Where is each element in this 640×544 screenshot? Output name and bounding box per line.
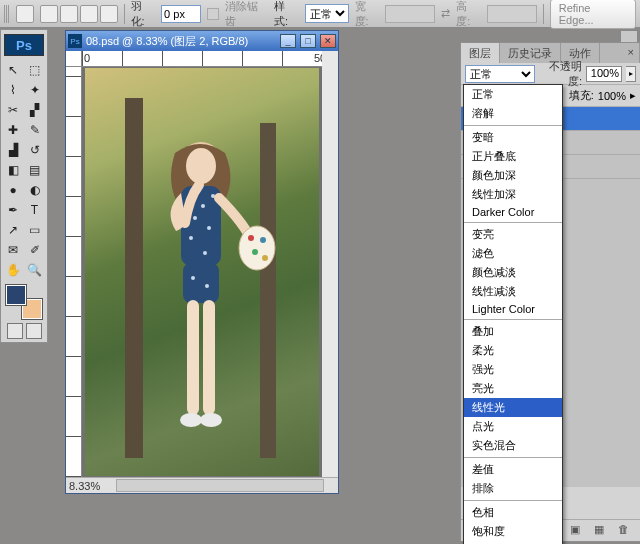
blend-option[interactable]: Darker Color bbox=[464, 204, 562, 220]
blend-option[interactable]: 饱和度 bbox=[464, 522, 562, 541]
fill-value[interactable]: 100% bbox=[598, 90, 626, 102]
selection-new-icon[interactable] bbox=[16, 5, 34, 23]
notes-tool-icon[interactable]: ✉ bbox=[3, 240, 23, 259]
ruler-vertical[interactable] bbox=[66, 67, 82, 477]
ps-logo-icon: Ps bbox=[4, 34, 44, 56]
selection-add-icon[interactable] bbox=[40, 5, 58, 23]
panel-close-icon[interactable]: × bbox=[623, 43, 640, 63]
refine-edge-button[interactable]: Refine Edge... bbox=[550, 0, 636, 29]
blend-option[interactable]: 强光 bbox=[464, 360, 562, 379]
blend-option[interactable]: 溶解 bbox=[464, 104, 562, 123]
move-tool-icon[interactable]: ↖ bbox=[3, 60, 23, 79]
type-tool-icon[interactable]: T bbox=[25, 200, 45, 219]
marquee-tool-icon[interactable]: ⬚ bbox=[25, 60, 45, 79]
svg-rect-13 bbox=[183, 263, 219, 303]
svg-point-24 bbox=[200, 413, 222, 427]
path-tool-icon[interactable]: ↗ bbox=[3, 220, 23, 239]
selection-subtract-icon[interactable] bbox=[60, 5, 78, 23]
blend-option[interactable]: 亮光 bbox=[464, 379, 562, 398]
heal-tool-icon[interactable]: ✚ bbox=[3, 120, 23, 139]
blend-mode-dropdown[interactable]: 正常溶解变暗正片叠底颜色加深线性加深Darker Color变亮滤色颜色减淡线性… bbox=[463, 84, 563, 544]
height-label: 高度: bbox=[456, 0, 481, 29]
slice-tool-icon[interactable]: ▞ bbox=[25, 100, 45, 119]
grip-icon[interactable] bbox=[4, 5, 10, 23]
selection-intersect-icon[interactable] bbox=[80, 5, 98, 23]
blend-option[interactable]: 正常 bbox=[464, 85, 562, 104]
eraser-tool-icon[interactable]: ◧ bbox=[3, 160, 23, 179]
svg-point-14 bbox=[191, 276, 195, 280]
foreground-color[interactable] bbox=[6, 285, 26, 305]
eyedrop-tool-icon[interactable]: ✐ bbox=[25, 240, 45, 259]
separator bbox=[124, 4, 125, 24]
trash-icon[interactable]: 🗑 bbox=[616, 523, 632, 539]
height-input bbox=[487, 5, 537, 23]
stamp-tool-icon[interactable]: ▟ bbox=[3, 140, 23, 159]
blend-option[interactable]: 柔光 bbox=[464, 341, 562, 360]
opacity-value[interactable]: 100% bbox=[586, 66, 622, 82]
blend-option[interactable]: 色相 bbox=[464, 503, 562, 522]
selection-mode-group bbox=[40, 5, 118, 23]
wand-tool-icon[interactable]: ✦ bbox=[25, 80, 45, 99]
zoom-tool-icon[interactable]: 🔍 bbox=[25, 260, 45, 279]
blend-option[interactable]: 差值 bbox=[464, 460, 562, 479]
svg-point-11 bbox=[189, 236, 193, 240]
blend-option[interactable]: 点光 bbox=[464, 417, 562, 436]
blend-option[interactable]: 叠加 bbox=[464, 322, 562, 341]
svg-point-7 bbox=[201, 204, 205, 208]
folder-icon[interactable]: ▣ bbox=[567, 523, 583, 539]
blend-row: 正常 不透明度: 100% ▸ bbox=[461, 63, 640, 85]
zoom-field[interactable]: 8.33% bbox=[66, 480, 114, 492]
image-content bbox=[85, 68, 319, 476]
width-input bbox=[385, 5, 435, 23]
svg-point-9 bbox=[193, 216, 197, 220]
ruler-mark: 50 bbox=[314, 52, 322, 64]
blend-option[interactable]: 变亮 bbox=[464, 225, 562, 244]
blend-option[interactable]: 线性光 bbox=[464, 398, 562, 417]
gradient-tool-icon[interactable]: ▤ bbox=[25, 160, 45, 179]
svg-point-16 bbox=[239, 226, 275, 270]
pen-tool-icon[interactable]: ✒ bbox=[3, 200, 23, 219]
style-select[interactable]: 正常 bbox=[305, 4, 349, 23]
minimize-button[interactable]: _ bbox=[280, 34, 296, 48]
h-scrollbar[interactable] bbox=[116, 479, 324, 492]
svg-point-17 bbox=[248, 235, 254, 241]
blend-option[interactable]: 线性加深 bbox=[464, 185, 562, 204]
standard-mode-icon[interactable] bbox=[7, 323, 23, 339]
blend-mode-select[interactable]: 正常 bbox=[465, 65, 535, 83]
fill-arrow-icon[interactable]: ▸ bbox=[630, 89, 636, 102]
svg-point-15 bbox=[205, 284, 209, 288]
hand-tool-icon[interactable]: ✋ bbox=[3, 260, 23, 279]
svg-rect-0 bbox=[125, 98, 143, 458]
feather-input[interactable] bbox=[161, 5, 201, 23]
blend-option[interactable]: 滤色 bbox=[464, 244, 562, 263]
new-layer-icon[interactable]: ▦ bbox=[591, 523, 607, 539]
blur-tool-icon[interactable]: ● bbox=[3, 180, 23, 199]
blend-option[interactable]: 颜色减淡 bbox=[464, 263, 562, 282]
history-brush-icon[interactable]: ↺ bbox=[25, 140, 45, 159]
svg-rect-21 bbox=[187, 300, 199, 415]
opacity-arrow-icon[interactable]: ▸ bbox=[626, 66, 636, 82]
svg-point-10 bbox=[207, 226, 211, 230]
crop-tool-icon[interactable]: ✂ bbox=[3, 100, 23, 119]
blend-option[interactable]: 正片叠底 bbox=[464, 147, 562, 166]
blend-option[interactable]: 实色混合 bbox=[464, 436, 562, 455]
quickmask-mode-icon[interactable] bbox=[26, 323, 42, 339]
blend-option[interactable]: 变暗 bbox=[464, 128, 562, 147]
maximize-button[interactable]: □ bbox=[300, 34, 316, 48]
status-bar: 8.33% bbox=[66, 477, 338, 493]
close-button[interactable]: ✕ bbox=[320, 34, 336, 48]
titlebar[interactable]: Ps 08.psd @ 8.33% (图层 2, RGB/8) _ □ ✕ bbox=[66, 31, 338, 51]
canvas[interactable] bbox=[82, 67, 322, 477]
tab-layers[interactable]: 图层 bbox=[461, 43, 500, 63]
blend-option[interactable]: 排除 bbox=[464, 479, 562, 498]
color-swatch[interactable] bbox=[4, 285, 44, 319]
dodge-tool-icon[interactable]: ◐ bbox=[25, 180, 45, 199]
blend-option[interactable]: 线性减淡 bbox=[464, 282, 562, 301]
blend-option[interactable]: 颜色加深 bbox=[464, 166, 562, 185]
brush-tool-icon[interactable]: ✎ bbox=[25, 120, 45, 139]
shape-tool-icon[interactable]: ▭ bbox=[25, 220, 45, 239]
lasso-tool-icon[interactable]: ⌇ bbox=[3, 80, 23, 99]
ruler-horizontal[interactable]: 0 50 bbox=[82, 51, 322, 67]
blend-option[interactable]: Lighter Color bbox=[464, 301, 562, 317]
selection-overlap-icon[interactable] bbox=[100, 5, 118, 23]
